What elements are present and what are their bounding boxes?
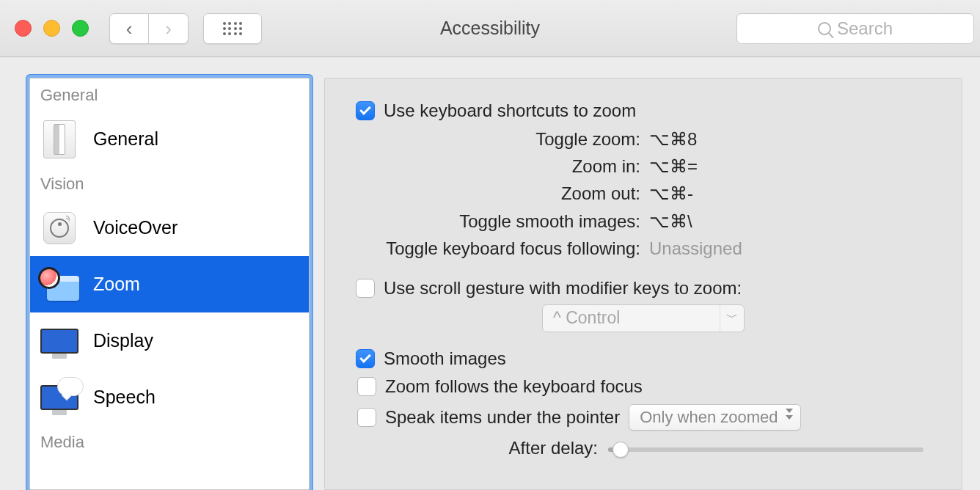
sidebar-item-voiceover[interactable]: VoiceOver <box>30 200 309 256</box>
speak-mode-popup[interactable]: Only when zoomed <box>629 404 800 431</box>
label-smooth-images: Smooth images <box>384 348 506 369</box>
chevron-left-icon: ‹ <box>126 19 133 38</box>
sidebar-section-vision: Vision <box>30 167 309 200</box>
chevron-down-icon: ﹀ <box>720 305 738 332</box>
checkbox-use-scroll-gesture[interactable] <box>356 279 375 298</box>
sidebar-item-label: Zoom <box>93 274 140 295</box>
shortcut-keys: ⌥⌘= <box>649 153 698 180</box>
general-icon <box>43 120 76 158</box>
checkbox-follows-focus[interactable] <box>357 377 376 396</box>
settings-panel: Use keyboard shortcuts to zoom Toggle zo… <box>324 78 962 490</box>
modifier-key-value: ^ Control <box>553 308 620 328</box>
label-speak-items: Speak items under the pointer <box>385 407 620 428</box>
sidebar-item-label: Speech <box>93 387 156 408</box>
speak-mode-value: Only when zoomed <box>640 408 778 427</box>
sidebar-item-display[interactable]: Display <box>30 312 309 369</box>
sidebar[interactable]: General General Vision VoiceOver Zoom Di… <box>29 78 310 490</box>
shortcut-label: Zoom in: <box>356 153 649 180</box>
speech-icon <box>40 385 78 410</box>
chevron-right-icon: › <box>165 19 172 38</box>
label-follows-focus: Zoom follows the keyboard focus <box>385 376 643 397</box>
sidebar-section-general: General <box>30 78 309 111</box>
checkbox-speak-items[interactable] <box>357 408 376 427</box>
shortcut-label: Toggle keyboard focus following: <box>356 235 649 262</box>
minimize-window-button[interactable] <box>43 20 60 37</box>
search-icon <box>818 22 831 35</box>
shortcut-keys: ⌥⌘8 <box>649 125 697 153</box>
show-all-button[interactable] <box>203 13 262 44</box>
label-after-delay: After delay: <box>381 438 608 458</box>
zoom-icon <box>40 268 79 301</box>
search-input[interactable]: Search <box>736 13 974 44</box>
forward-button[interactable]: › <box>149 13 189 44</box>
sidebar-item-label: General <box>93 128 158 150</box>
label-use-scroll-gesture: Use scroll gesture with modifier keys to… <box>384 278 742 299</box>
label-use-keyboard-shortcuts: Use keyboard shortcuts to zoom <box>384 100 636 121</box>
shortcut-label: Toggle smooth images: <box>356 208 649 235</box>
shortcut-keys: ⌥⌘\ <box>649 208 692 235</box>
back-button[interactable]: ‹ <box>109 13 149 44</box>
window-controls <box>15 20 89 37</box>
display-icon <box>40 329 78 354</box>
grid-icon <box>223 22 242 35</box>
sidebar-item-speech[interactable]: Speech <box>30 369 309 425</box>
shortcut-label: Zoom out: <box>356 180 649 207</box>
checkbox-smooth-images[interactable] <box>356 349 375 368</box>
zoom-window-button[interactable] <box>72 20 89 37</box>
shortcut-keys: ⌥⌘- <box>649 180 693 207</box>
search-placeholder: Search <box>837 18 893 39</box>
close-window-button[interactable] <box>15 20 32 37</box>
after-delay-slider[interactable] <box>608 447 924 452</box>
shortcut-keys: Unassigned <box>649 235 742 262</box>
checkbox-use-keyboard-shortcuts[interactable] <box>356 101 375 120</box>
sidebar-item-general[interactable]: General <box>30 111 309 167</box>
shortcut-label: Toggle zoom: <box>356 125 649 153</box>
sidebar-item-label: VoiceOver <box>93 217 178 238</box>
nav-button-group: ‹ › <box>109 13 189 44</box>
shortcut-list: Toggle zoom: ⌥⌘8 Zoom in: ⌥⌘= Zoom out: … <box>356 125 931 262</box>
voiceover-icon <box>43 212 76 244</box>
sidebar-item-label: Display <box>93 330 153 351</box>
sidebar-item-zoom[interactable]: Zoom <box>30 256 309 312</box>
sidebar-section-media: Media <box>30 425 309 458</box>
modifier-key-select[interactable]: ^ Control ﹀ <box>542 304 745 332</box>
titlebar: ‹ › Accessibility Search <box>0 0 980 57</box>
